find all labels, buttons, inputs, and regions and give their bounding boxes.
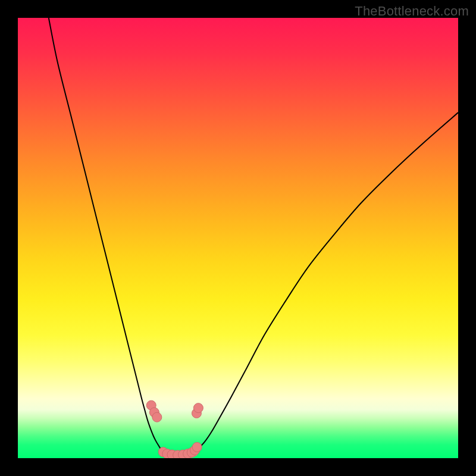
curve-line [49,18,458,455]
plot-area [18,18,458,458]
valley-marker [192,443,202,452]
valley-marker [152,412,162,422]
chart-frame: TheBottleneck.com [0,0,476,476]
bottleneck-curve [18,18,458,458]
watermark-text: TheBottleneck.com [355,4,469,19]
valley-marker [193,403,203,413]
